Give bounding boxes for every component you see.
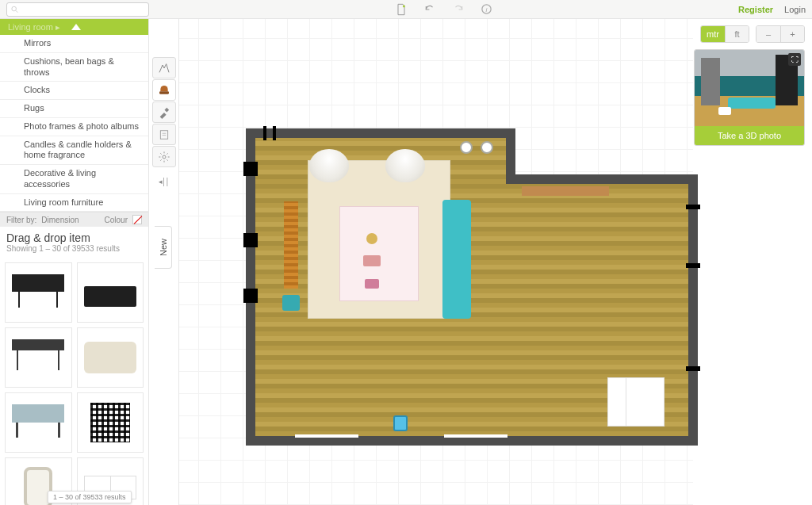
sidebar: Living room ▸ Mirrors Cushions, bean bag… [0, 19, 149, 505]
search-icon [10, 5, 19, 14]
zoom-controls: – + [756, 25, 805, 43]
floor-device[interactable] [393, 415, 408, 431]
svg-point-10 [163, 155, 166, 159]
svg-rect-7 [160, 130, 167, 139]
new-tab-label: New [159, 239, 168, 256]
category-list: Mirrors Cushions, bean bags & throws Clo… [0, 35, 148, 212]
photo-grid-frame-thumb [90, 403, 130, 442]
catalog-subtitle: Showing 1 – 30 of 39533 results [0, 244, 148, 258]
filter-label: Filter by: [6, 216, 36, 224]
category-item[interactable]: Living room furniture [0, 194, 148, 212]
catalog-title: Drag & drop item [0, 227, 148, 244]
category-header-label: Living room ▸ [8, 22, 60, 33]
collapse-handle-icon[interactable]: ◂││ [159, 174, 170, 189]
auth-links: Register Login [738, 5, 806, 14]
right-panel: mtr ft – + ⛶ Take a 3D photo [693, 19, 812, 505]
filter-dimension[interactable]: Dimension [41, 216, 79, 224]
ceiling-light[interactable] [460, 141, 473, 154]
catalog-grid[interactable] [0, 258, 148, 505]
tool-column: ◂││ New [149, 19, 179, 505]
unit-toggle: mtr ft [700, 25, 749, 43]
tool-paint-icon[interactable] [152, 101, 176, 123]
redo-icon[interactable] [451, 2, 465, 17]
svg-point-0 [12, 6, 17, 11]
sofa[interactable] [442, 200, 471, 319]
side-table-dark-thumb [84, 286, 136, 307]
pager-tooltip: 1 – 30 of 39533 results [48, 491, 132, 503]
collapse-up-icon [71, 24, 81, 30]
search-field[interactable] [19, 5, 148, 14]
catalog-item-photo-grid-frame[interactable] [77, 392, 144, 453]
colour-none-icon[interactable] [132, 215, 142, 224]
category-item[interactable]: Rugs [0, 100, 148, 118]
zoom-out-button[interactable]: – [756, 26, 780, 42]
top-bar: i Register Login [0, 0, 812, 19]
svg-line-1 [16, 10, 17, 12]
glass-coffee-table-thumb [12, 404, 64, 441]
corner-sofa-thumb [84, 342, 136, 373]
catalog-item-corner-sofa[interactable] [77, 327, 144, 388]
preview-3d-image[interactable]: ⛶ [695, 50, 804, 126]
filter-bar: Filter by: Dimension Colour [0, 212, 148, 227]
tool-notes-icon[interactable] [152, 124, 176, 145]
tool-walls-icon[interactable] [152, 57, 176, 78]
info-icon[interactable]: i [480, 2, 494, 17]
category-item[interactable]: Mirrors [0, 35, 148, 53]
tool-furniture-icon[interactable] [152, 79, 176, 101]
catalog-item-coffee-table-dark[interactable] [5, 262, 72, 323]
register-link[interactable]: Register [738, 5, 773, 14]
catalog-item-console-table[interactable] [5, 327, 72, 388]
category-item[interactable]: Cushions, bean bags & throws [0, 53, 148, 82]
floorplan-canvas[interactable] [179, 19, 693, 505]
catalog-item-side-table-dark[interactable] [77, 262, 144, 323]
catalog-item-glass-coffee-table[interactable] [5, 392, 72, 453]
svg-text:i: i [486, 6, 488, 13]
shelf[interactable] [522, 186, 609, 196]
search-input[interactable] [6, 2, 149, 17]
new-tab-button[interactable]: New [155, 226, 172, 269]
bench[interactable] [284, 201, 298, 289]
svg-point-2 [402, 5, 404, 7]
fullscreen-icon[interactable]: ⛶ [788, 53, 801, 66]
category-item[interactable]: Photo frames & photo albums [0, 118, 148, 136]
category-item[interactable]: Clocks [0, 82, 148, 100]
coffee-table-dark-thumb [12, 274, 64, 311]
unit-metric-button[interactable]: mtr [701, 26, 725, 42]
category-item[interactable]: Decorative & living accessories [0, 165, 148, 194]
preview-card: ⛶ Take a 3D photo [694, 49, 805, 146]
undo-icon[interactable] [423, 2, 437, 17]
new-page-icon[interactable] [394, 2, 408, 17]
svg-rect-5 [159, 91, 169, 94]
console-table-thumb [12, 339, 64, 376]
stool[interactable] [282, 295, 300, 311]
room[interactable] [246, 128, 698, 446]
zoom-in-button[interactable]: + [780, 26, 804, 42]
take-3d-photo-button[interactable]: Take a 3D photo [695, 126, 804, 145]
top-center-tools: i [149, 2, 738, 17]
category-item[interactable]: Candles & candle holders & home fragranc… [0, 136, 148, 166]
login-link[interactable]: Login [784, 5, 806, 14]
tool-settings-icon[interactable] [152, 146, 176, 167]
filter-colour-label[interactable]: Colour [105, 216, 128, 224]
svg-rect-6 [164, 107, 169, 112]
coffee-table[interactable] [339, 206, 419, 301]
unit-imperial-button[interactable]: ft [725, 26, 749, 42]
floor-lamp[interactable] [385, 149, 425, 182]
floor-lamp[interactable] [309, 149, 349, 182]
ceiling-light[interactable] [481, 141, 493, 154]
category-header[interactable]: Living room ▸ [0, 19, 148, 35]
